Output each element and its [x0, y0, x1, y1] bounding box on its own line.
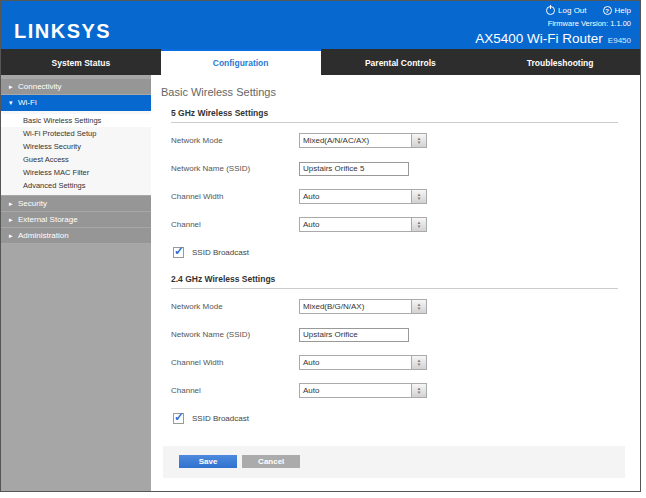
sidebar-item-label: Wi-Fi: [18, 98, 37, 107]
tab-troubleshooting[interactable]: Troubleshooting: [480, 49, 640, 75]
field-row-network-mode-5ghz: Network Mode Mixed(A/N/AC/AX) ▲▼: [171, 133, 618, 148]
sidebar-item-guest-access[interactable]: Guest Access: [1, 153, 151, 166]
field-label: Channel: [171, 386, 299, 395]
tab-parental-controls[interactable]: Parental Controls: [321, 49, 481, 75]
select-spinner-icon[interactable]: ▲▼: [411, 134, 426, 147]
checkbox-label: SSID Broadcast: [192, 414, 249, 423]
field-row-ssid-5ghz: Network Name (SSID): [171, 161, 618, 176]
logout-label: Log Out: [558, 6, 586, 15]
ssid-5ghz-input[interactable]: [299, 162, 409, 176]
ssid-broadcast-24ghz-row: ✓ SSID Broadcast: [171, 411, 618, 426]
field-row-ssid-24ghz: Network Name (SSID): [171, 327, 618, 342]
sidebar: ▸Connectivity ▾Wi-Fi Basic Wireless Sett…: [1, 75, 151, 491]
top-nav-tabs: System Status Configuration Parental Con…: [1, 49, 640, 75]
network-mode-24ghz-select[interactable]: Mixed(B/G/N/AX) ▲▼: [299, 299, 427, 314]
select-spinner-icon[interactable]: ▲▼: [411, 300, 426, 313]
chevron-down-icon: ▾: [9, 95, 18, 111]
ssid-24ghz-input[interactable]: [299, 328, 409, 342]
field-label: Network Mode: [171, 136, 299, 145]
sidebar-item-external-storage[interactable]: ▸External Storage: [1, 212, 151, 228]
network-mode-5ghz-select[interactable]: Mixed(A/N/AC/AX) ▲▼: [299, 133, 427, 148]
help-icon: ?: [603, 6, 612, 15]
ssid-broadcast-5ghz-checkbox[interactable]: ✓: [173, 247, 184, 258]
chevron-right-icon: ▸: [9, 79, 18, 95]
sidebar-item-wifi-protected-setup[interactable]: Wi-Fi Protected Setup: [1, 127, 151, 140]
select-value: Mixed(B/G/N/AX): [300, 300, 411, 313]
sidebar-item-connectivity[interactable]: ▸Connectivity: [1, 79, 151, 95]
section-5ghz: 5 GHz Wireless Settings Network Mode Mix…: [171, 108, 618, 260]
sidebar-item-label: Connectivity: [18, 82, 62, 91]
firmware-version: Firmware Version: 1.1.00: [475, 19, 631, 28]
field-label: Channel: [171, 220, 299, 229]
field-row-channel-5ghz: Channel Auto ▲▼: [171, 217, 618, 232]
field-label: Network Name (SSID): [171, 164, 299, 173]
sidebar-item-label: Administration: [18, 231, 69, 240]
section-heading-5ghz: 5 GHz Wireless Settings: [171, 108, 618, 123]
sidebar-item-advanced-settings[interactable]: Advanced Settings: [1, 179, 151, 192]
chevron-right-icon: ▸: [9, 212, 18, 228]
wifi-submenu: Basic Wireless Settings Wi-Fi Protected …: [1, 111, 151, 196]
field-row-channel-24ghz: Channel Auto ▲▼: [171, 383, 618, 398]
field-row-channel-width-5ghz: Channel Width Auto ▲▼: [171, 189, 618, 204]
section-heading-24ghz: 2.4 GHz Wireless Settings: [171, 274, 618, 289]
field-label: Network Name (SSID): [171, 330, 299, 339]
sidebar-item-wireless-mac-filter[interactable]: Wireless MAC Filter: [1, 166, 151, 179]
channel-width-24ghz-select[interactable]: Auto ▲▼: [299, 355, 427, 370]
select-value: Auto: [300, 384, 411, 397]
select-value: Auto: [300, 190, 411, 203]
field-label: Network Mode: [171, 302, 299, 311]
page-title: Basic Wireless Settings: [161, 86, 630, 98]
channel-24ghz-select[interactable]: Auto ▲▼: [299, 383, 427, 398]
header: LINKSYS Log Out ? Help Firmware Version:…: [1, 1, 640, 49]
main-content: Basic Wireless Settings 5 GHz Wireless S…: [151, 75, 640, 491]
action-bar: Save Cancel: [163, 446, 625, 478]
section-24ghz: 2.4 GHz Wireless Settings Network Mode M…: [171, 274, 618, 426]
select-spinner-icon[interactable]: ▲▼: [411, 356, 426, 369]
field-row-network-mode-24ghz: Network Mode Mixed(B/G/N/AX) ▲▼: [171, 299, 618, 314]
power-icon: [546, 6, 555, 15]
channel-width-5ghz-select[interactable]: Auto ▲▼: [299, 189, 427, 204]
field-row-channel-width-24ghz: Channel Width Auto ▲▼: [171, 355, 618, 370]
help-label: Help: [615, 6, 631, 15]
router-name: AX5400 Wi-Fi RouterE9450: [475, 31, 631, 46]
select-value: Mixed(A/N/AC/AX): [300, 134, 411, 147]
tab-system-status[interactable]: System Status: [1, 49, 161, 75]
cancel-button[interactable]: Cancel: [242, 455, 300, 468]
linksys-logo: LINKSYS: [14, 20, 111, 43]
chevron-right-icon: ▸: [9, 196, 18, 212]
sidebar-item-administration[interactable]: ▸Administration: [1, 228, 151, 244]
chevron-right-icon: ▸: [9, 228, 18, 244]
router-name-text: AX5400 Wi-Fi Router: [475, 31, 603, 46]
sidebar-item-label: External Storage: [18, 215, 78, 224]
save-button[interactable]: Save: [179, 455, 237, 468]
router-model: E9450: [608, 36, 631, 45]
ssid-broadcast-24ghz-checkbox[interactable]: ✓: [173, 413, 184, 424]
sidebar-item-wireless-security[interactable]: Wireless Security: [1, 140, 151, 153]
select-spinner-icon[interactable]: ▲▼: [411, 218, 426, 231]
select-value: Auto: [300, 356, 411, 369]
router-admin-page: LINKSYS Log Out ? Help Firmware Version:…: [0, 0, 641, 492]
checkbox-label: SSID Broadcast: [192, 248, 249, 257]
sidebar-item-label: Security: [18, 199, 47, 208]
sidebar-item-security[interactable]: ▸Security: [1, 196, 151, 212]
ssid-broadcast-5ghz-row: ✓ SSID Broadcast: [171, 245, 618, 260]
checkmark-icon: ✓: [174, 244, 184, 258]
sidebar-item-basic-wireless-settings[interactable]: Basic Wireless Settings: [1, 114, 151, 127]
select-value: Auto: [300, 218, 411, 231]
field-label: Channel Width: [171, 358, 299, 367]
field-label: Channel Width: [171, 192, 299, 201]
logout-link[interactable]: Log Out: [546, 6, 586, 15]
select-spinner-icon[interactable]: ▲▼: [411, 190, 426, 203]
header-right: Log Out ? Help Firmware Version: 1.1.00 …: [475, 6, 631, 46]
select-spinner-icon[interactable]: ▲▼: [411, 384, 426, 397]
body: ▸Connectivity ▾Wi-Fi Basic Wireless Sett…: [1, 75, 640, 491]
tab-configuration[interactable]: Configuration: [161, 49, 321, 75]
checkmark-icon: ✓: [174, 410, 184, 424]
help-link[interactable]: ? Help: [603, 6, 631, 15]
channel-5ghz-select[interactable]: Auto ▲▼: [299, 217, 427, 232]
sidebar-item-wifi[interactable]: ▾Wi-Fi: [1, 95, 151, 111]
